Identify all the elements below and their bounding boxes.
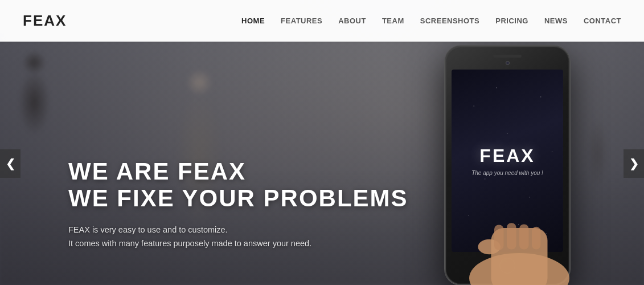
nav-item-contact[interactable]: CONTACT: [584, 17, 621, 25]
main-navigation: HOMEFEATURESABOUTTEAMSCREENSHOTSPRICINGN…: [241, 17, 621, 25]
phone-camera: [506, 61, 510, 65]
svg-rect-6: [532, 227, 540, 250]
phone-screen-logo: FEAX: [479, 145, 535, 166]
svg-rect-3: [494, 225, 504, 250]
nav-item-about[interactable]: ABOUT: [338, 17, 366, 25]
hero-desc-line1: FEAX is very easy to use and to customiz…: [68, 225, 228, 234]
site-header: FEAX HOMEFEATURESABOUTTEAMSCREENSHOTSPRI…: [0, 0, 644, 42]
nav-item-home[interactable]: HOME: [241, 17, 265, 25]
nav-item-screenshots[interactable]: SCREENSHOTS: [420, 17, 479, 25]
slider-prev-arrow[interactable]: ❮: [0, 149, 20, 178]
hero-title-line1: WE ARE FEAX: [68, 158, 408, 185]
svg-rect-5: [519, 224, 529, 249]
slider-next-arrow[interactable]: ❯: [624, 149, 644, 178]
phone-mockup-container: FEAX The app you need with you !: [445, 46, 570, 285]
svg-rect-4: [507, 223, 516, 249]
nav-item-pricing[interactable]: PRICING: [495, 17, 528, 25]
hero-section: FEAX HOMEFEATURESABOUTTEAMSCREENSHOTSPRI…: [0, 0, 644, 285]
hero-description: FEAX is very easy to use and to customiz…: [68, 223, 408, 251]
hero-title-line2: WE FIXE YOUR PROBLEMS: [68, 185, 408, 211]
hero-desc-line2: It comes with many features purposely ma…: [68, 239, 311, 248]
hero-content: WE ARE FEAX WE FIXE YOUR PROBLEMS FEAX i…: [68, 158, 408, 251]
nav-item-features[interactable]: FEATURES: [281, 17, 322, 25]
site-logo[interactable]: FEAX: [23, 12, 67, 30]
phone-speaker: [493, 55, 522, 58]
nav-item-news[interactable]: NEWS: [544, 17, 568, 25]
nav-item-team[interactable]: TEAM: [382, 17, 404, 25]
phone-hand-illustration: [456, 165, 570, 285]
